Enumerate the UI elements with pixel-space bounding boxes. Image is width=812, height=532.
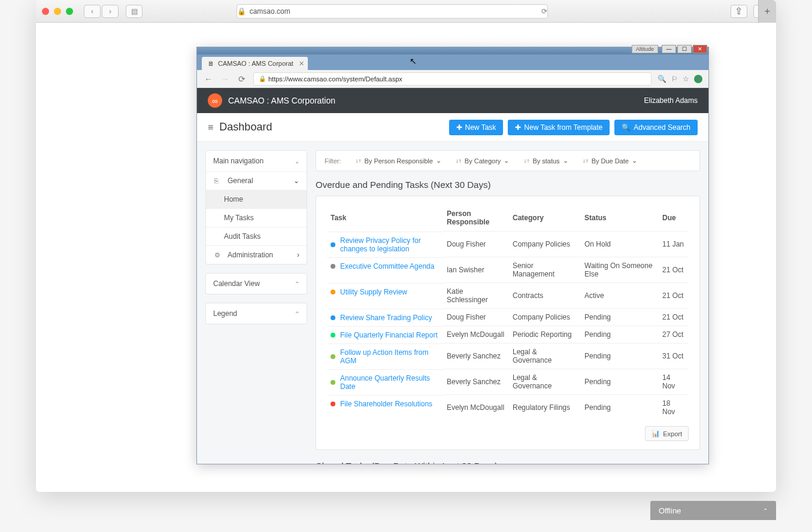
sidebar-item-general[interactable]: ⎘ General ⌄ (206, 171, 307, 190)
task-link[interactable]: Review Share Trading Policy (340, 314, 432, 322)
window-close-button[interactable] (42, 8, 49, 15)
sidebar-item-my-tasks[interactable]: My Tasks (206, 208, 307, 227)
safari-address-bar[interactable]: 🔒 camsao.com ⟳ (237, 4, 548, 19)
due-cell: 31 Oct (659, 343, 689, 369)
table-row: Review Share Trading PolicyDoug FisherCo… (327, 309, 689, 326)
chrome-minimize-button[interactable]: — (662, 45, 676, 53)
status-cell: Active (581, 283, 659, 309)
due-cell: 11 Jan (659, 232, 689, 257)
overdue-section-title: Overdue and Pending Tasks (Next 30 Days) (316, 180, 700, 190)
status-cell: Pending (581, 309, 659, 326)
export-button[interactable]: 📊Export (645, 426, 689, 441)
legend-header[interactable]: Legend ⌃ (206, 303, 307, 324)
reload-icon[interactable]: ⟳ (541, 7, 547, 16)
due-cell: 14 Nov (659, 369, 689, 395)
chrome-tab[interactable]: 🗎 CAMSAO : AMS Corporat ✕ (202, 57, 308, 70)
chrome-address-input[interactable]: 🔒 https://www.camsao.com/system/Default.… (253, 72, 652, 86)
status-dot (331, 402, 335, 406)
filter-category[interactable]: ↓↑By Category⌄ (456, 157, 510, 165)
export-row: 📊Export (327, 426, 689, 441)
task-link[interactable]: File Shareholder Resolutions (340, 400, 432, 408)
page-title: Dashboard (219, 121, 272, 133)
task-link[interactable]: Utility Supply Review (340, 288, 407, 296)
menu-icon[interactable]: ≡ (208, 122, 213, 133)
tab-close-icon[interactable]: ✕ (299, 60, 304, 68)
category-cell: Senior Management (509, 257, 581, 283)
overdue-tasks-table: Task Person Responsible Category Status … (327, 205, 689, 420)
sidebar: Main navigation ⌄ ⎘ General ⌄ Home My Ta… (205, 150, 307, 464)
filter-status[interactable]: ↓↑By status⌄ (523, 157, 568, 165)
tab-title: CAMSAO : AMS Corporat (218, 60, 293, 67)
chrome-url-text: https://www.camsao.com/system/Default.as… (268, 75, 402, 83)
new-task-button[interactable]: ✚New Task (449, 120, 504, 135)
due-cell: 21 Oct (659, 257, 689, 283)
star-icon[interactable]: ☆ (683, 75, 689, 83)
person-cell: Beverly Sanchez (443, 369, 509, 395)
safari-new-tab-button[interactable]: + (758, 0, 776, 23)
app-subheader: ≡ Dashboard ✚New Task ✚New Task from Tem… (197, 113, 708, 142)
main-nav-header[interactable]: Main navigation ⌄ (206, 151, 307, 171)
zoom-icon[interactable]: 🔍 (658, 75, 666, 83)
person-cell: Katie Schlessinger (443, 283, 509, 309)
status-dot (331, 380, 335, 385)
status-cell: Pending (581, 369, 659, 395)
sort-icon: ↓↑ (523, 157, 529, 164)
chrome-window-controls: — ☐ ✕ (662, 45, 707, 53)
col-status: Status (581, 205, 659, 232)
task-cell: Executive Committee Agenda (327, 257, 443, 275)
chrome-forward-button[interactable]: → (220, 74, 231, 84)
share-button[interactable]: ⇪ (731, 5, 747, 18)
advanced-search-button[interactable]: 🔍Advanced Search (614, 120, 698, 135)
offline-bar[interactable]: Offline ⌃ (650, 501, 776, 520)
task-link[interactable]: File Quarterly Financial Report (340, 331, 438, 339)
chrome-reload-button[interactable]: ⟳ (237, 74, 247, 84)
table-row: Executive Committee AgendaIan SwisherSen… (327, 257, 689, 283)
col-category: Category (509, 205, 581, 232)
col-task: Task (327, 205, 443, 232)
category-cell: Company Policies (509, 309, 581, 326)
sidebar-item-administration[interactable]: ⚙ Administration › (206, 245, 307, 264)
safari-sidebar-button[interactable]: ▤ (126, 5, 143, 18)
sidebar-item-home[interactable]: Home (206, 190, 307, 208)
chrome-back-button[interactable]: ← (203, 74, 214, 84)
chevron-down-icon: ⌄ (295, 158, 299, 165)
filter-person[interactable]: ↓↑By Person Responsible⌄ (356, 157, 441, 165)
app-viewport[interactable]: ∞ CAMSAO : AMS Corporation Elizabeth Ada… (197, 88, 708, 464)
calendar-header[interactable]: Calendar View ⌃ (206, 273, 307, 294)
window-minimize-button[interactable] (54, 8, 61, 15)
safari-forward-button[interactable]: › (102, 5, 119, 18)
task-link[interactable]: Announce Quarterly Results Date (340, 374, 440, 391)
filter-due-date[interactable]: ↓↑By Due Date⌄ (583, 157, 637, 165)
status-cell: Pending (581, 343, 659, 369)
status-cell: Pending (581, 395, 659, 421)
table-row: Utility Supply ReviewKatie SchlessingerC… (327, 283, 689, 309)
extension-icon[interactable]: ● (694, 75, 702, 83)
due-cell: 27 Oct (659, 326, 689, 343)
due-cell: 21 Oct (659, 309, 689, 326)
bookmark-icon[interactable]: ⚐ (671, 75, 678, 83)
task-cell: Announce Quarterly Results Date (327, 369, 443, 395)
status-dot (331, 264, 335, 269)
sidebar-item-audit-tasks[interactable]: Audit Tasks (206, 227, 307, 245)
due-cell: 21 Oct (659, 283, 689, 309)
table-row: Review Privacy Policy for changes to leg… (327, 232, 689, 257)
task-link[interactable]: Follow up Action Items from AGM (340, 348, 440, 365)
chevron-up-icon: ⌃ (295, 311, 299, 317)
status-dot (331, 333, 335, 338)
task-cell: File Shareholder Resolutions (327, 395, 443, 412)
export-icon: 📊 (652, 430, 660, 437)
new-task-template-button[interactable]: ✚New Task from Template (508, 120, 610, 135)
user-name[interactable]: Elizabeth Adams (644, 96, 698, 105)
action-buttons: ✚New Task ✚New Task from Template 🔍Advan… (449, 120, 698, 135)
safari-back-button[interactable]: ‹ (84, 5, 101, 18)
chrome-maximize-button[interactable]: ☐ (677, 45, 692, 53)
window-maximize-button[interactable] (66, 8, 73, 15)
chrome-close-button[interactable]: ✕ (693, 45, 707, 53)
status-cell: Pending (581, 326, 659, 343)
app-logo: ∞ (208, 93, 222, 108)
main-nav-panel: Main navigation ⌄ ⎘ General ⌄ Home My Ta… (205, 150, 307, 265)
task-link[interactable]: Executive Committee Agenda (340, 262, 434, 270)
status-cell: On Hold (581, 232, 659, 257)
task-link[interactable]: Review Privacy Policy for changes to leg… (340, 236, 440, 253)
app-title: CAMSAO : AMS Corporation (228, 96, 335, 105)
